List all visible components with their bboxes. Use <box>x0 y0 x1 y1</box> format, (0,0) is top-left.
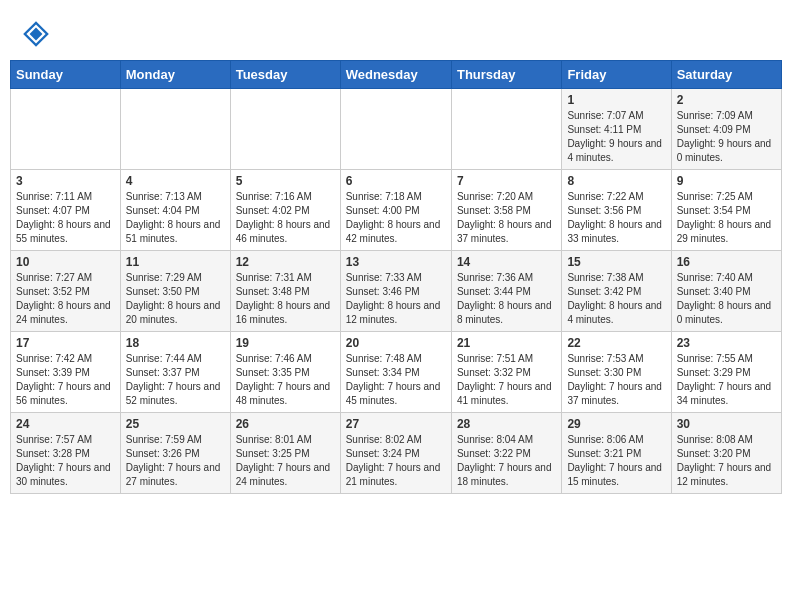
calendar-cell: 12Sunrise: 7:31 AM Sunset: 3:48 PM Dayli… <box>230 251 340 332</box>
calendar-cell: 27Sunrise: 8:02 AM Sunset: 3:24 PM Dayli… <box>340 413 451 494</box>
header-day: Monday <box>120 61 230 89</box>
calendar-cell: 25Sunrise: 7:59 AM Sunset: 3:26 PM Dayli… <box>120 413 230 494</box>
calendar-cell: 19Sunrise: 7:46 AM Sunset: 3:35 PM Dayli… <box>230 332 340 413</box>
calendar-cell: 29Sunrise: 8:06 AM Sunset: 3:21 PM Dayli… <box>562 413 671 494</box>
day-number: 18 <box>126 336 225 350</box>
day-info: Sunrise: 7:07 AM Sunset: 4:11 PM Dayligh… <box>567 109 665 165</box>
calendar-cell: 6Sunrise: 7:18 AM Sunset: 4:00 PM Daylig… <box>340 170 451 251</box>
header-row: SundayMondayTuesdayWednesdayThursdayFrid… <box>11 61 782 89</box>
day-number: 24 <box>16 417 115 431</box>
calendar-cell <box>120 89 230 170</box>
calendar-cell <box>230 89 340 170</box>
calendar-cell: 20Sunrise: 7:48 AM Sunset: 3:34 PM Dayli… <box>340 332 451 413</box>
calendar-cell: 11Sunrise: 7:29 AM Sunset: 3:50 PM Dayli… <box>120 251 230 332</box>
day-number: 21 <box>457 336 556 350</box>
logo-icon <box>20 18 52 50</box>
day-number: 4 <box>126 174 225 188</box>
calendar-cell: 22Sunrise: 7:53 AM Sunset: 3:30 PM Dayli… <box>562 332 671 413</box>
day-info: Sunrise: 7:36 AM Sunset: 3:44 PM Dayligh… <box>457 271 556 327</box>
day-number: 5 <box>236 174 335 188</box>
day-number: 6 <box>346 174 446 188</box>
day-info: Sunrise: 7:27 AM Sunset: 3:52 PM Dayligh… <box>16 271 115 327</box>
day-number: 12 <box>236 255 335 269</box>
day-number: 14 <box>457 255 556 269</box>
day-number: 15 <box>567 255 665 269</box>
day-info: Sunrise: 7:31 AM Sunset: 3:48 PM Dayligh… <box>236 271 335 327</box>
calendar-week-row: 1Sunrise: 7:07 AM Sunset: 4:11 PM Daylig… <box>11 89 782 170</box>
calendar-cell <box>340 89 451 170</box>
logo <box>20 18 56 50</box>
calendar-cell: 17Sunrise: 7:42 AM Sunset: 3:39 PM Dayli… <box>11 332 121 413</box>
calendar-body: 1Sunrise: 7:07 AM Sunset: 4:11 PM Daylig… <box>11 89 782 494</box>
day-number: 10 <box>16 255 115 269</box>
calendar-cell: 10Sunrise: 7:27 AM Sunset: 3:52 PM Dayli… <box>11 251 121 332</box>
calendar-cell: 4Sunrise: 7:13 AM Sunset: 4:04 PM Daylig… <box>120 170 230 251</box>
day-number: 9 <box>677 174 776 188</box>
calendar-cell: 23Sunrise: 7:55 AM Sunset: 3:29 PM Dayli… <box>671 332 781 413</box>
calendar-cell <box>451 89 561 170</box>
day-info: Sunrise: 7:13 AM Sunset: 4:04 PM Dayligh… <box>126 190 225 246</box>
day-number: 7 <box>457 174 556 188</box>
day-number: 29 <box>567 417 665 431</box>
day-number: 19 <box>236 336 335 350</box>
calendar-week-row: 17Sunrise: 7:42 AM Sunset: 3:39 PM Dayli… <box>11 332 782 413</box>
day-info: Sunrise: 7:55 AM Sunset: 3:29 PM Dayligh… <box>677 352 776 408</box>
calendar-cell <box>11 89 121 170</box>
calendar-cell: 15Sunrise: 7:38 AM Sunset: 3:42 PM Dayli… <box>562 251 671 332</box>
calendar-week-row: 3Sunrise: 7:11 AM Sunset: 4:07 PM Daylig… <box>11 170 782 251</box>
day-info: Sunrise: 7:18 AM Sunset: 4:00 PM Dayligh… <box>346 190 446 246</box>
calendar-cell: 5Sunrise: 7:16 AM Sunset: 4:02 PM Daylig… <box>230 170 340 251</box>
calendar-cell: 26Sunrise: 8:01 AM Sunset: 3:25 PM Dayli… <box>230 413 340 494</box>
calendar-week-row: 10Sunrise: 7:27 AM Sunset: 3:52 PM Dayli… <box>11 251 782 332</box>
day-info: Sunrise: 7:11 AM Sunset: 4:07 PM Dayligh… <box>16 190 115 246</box>
day-number: 2 <box>677 93 776 107</box>
header-day: Sunday <box>11 61 121 89</box>
header-day: Saturday <box>671 61 781 89</box>
day-info: Sunrise: 7:46 AM Sunset: 3:35 PM Dayligh… <box>236 352 335 408</box>
calendar-cell: 18Sunrise: 7:44 AM Sunset: 3:37 PM Dayli… <box>120 332 230 413</box>
day-number: 1 <box>567 93 665 107</box>
day-number: 8 <box>567 174 665 188</box>
header-day: Wednesday <box>340 61 451 89</box>
day-info: Sunrise: 8:06 AM Sunset: 3:21 PM Dayligh… <box>567 433 665 489</box>
day-info: Sunrise: 7:09 AM Sunset: 4:09 PM Dayligh… <box>677 109 776 165</box>
day-info: Sunrise: 7:59 AM Sunset: 3:26 PM Dayligh… <box>126 433 225 489</box>
day-number: 30 <box>677 417 776 431</box>
calendar-cell: 1Sunrise: 7:07 AM Sunset: 4:11 PM Daylig… <box>562 89 671 170</box>
calendar-cell: 7Sunrise: 7:20 AM Sunset: 3:58 PM Daylig… <box>451 170 561 251</box>
header-day: Tuesday <box>230 61 340 89</box>
calendar-cell: 14Sunrise: 7:36 AM Sunset: 3:44 PM Dayli… <box>451 251 561 332</box>
day-info: Sunrise: 7:57 AM Sunset: 3:28 PM Dayligh… <box>16 433 115 489</box>
page-header <box>0 0 792 60</box>
day-info: Sunrise: 7:51 AM Sunset: 3:32 PM Dayligh… <box>457 352 556 408</box>
calendar-cell: 3Sunrise: 7:11 AM Sunset: 4:07 PM Daylig… <box>11 170 121 251</box>
day-number: 28 <box>457 417 556 431</box>
day-number: 25 <box>126 417 225 431</box>
calendar-cell: 13Sunrise: 7:33 AM Sunset: 3:46 PM Dayli… <box>340 251 451 332</box>
day-info: Sunrise: 7:29 AM Sunset: 3:50 PM Dayligh… <box>126 271 225 327</box>
day-info: Sunrise: 8:08 AM Sunset: 3:20 PM Dayligh… <box>677 433 776 489</box>
day-number: 13 <box>346 255 446 269</box>
header-day: Thursday <box>451 61 561 89</box>
calendar-cell: 2Sunrise: 7:09 AM Sunset: 4:09 PM Daylig… <box>671 89 781 170</box>
day-info: Sunrise: 7:42 AM Sunset: 3:39 PM Dayligh… <box>16 352 115 408</box>
day-number: 26 <box>236 417 335 431</box>
day-info: Sunrise: 7:38 AM Sunset: 3:42 PM Dayligh… <box>567 271 665 327</box>
day-info: Sunrise: 7:20 AM Sunset: 3:58 PM Dayligh… <box>457 190 556 246</box>
day-info: Sunrise: 7:44 AM Sunset: 3:37 PM Dayligh… <box>126 352 225 408</box>
calendar-cell: 28Sunrise: 8:04 AM Sunset: 3:22 PM Dayli… <box>451 413 561 494</box>
calendar-header: SundayMondayTuesdayWednesdayThursdayFrid… <box>11 61 782 89</box>
day-info: Sunrise: 7:40 AM Sunset: 3:40 PM Dayligh… <box>677 271 776 327</box>
calendar-week-row: 24Sunrise: 7:57 AM Sunset: 3:28 PM Dayli… <box>11 413 782 494</box>
day-info: Sunrise: 7:33 AM Sunset: 3:46 PM Dayligh… <box>346 271 446 327</box>
day-info: Sunrise: 7:53 AM Sunset: 3:30 PM Dayligh… <box>567 352 665 408</box>
day-number: 23 <box>677 336 776 350</box>
header-day: Friday <box>562 61 671 89</box>
calendar-cell: 9Sunrise: 7:25 AM Sunset: 3:54 PM Daylig… <box>671 170 781 251</box>
day-number: 27 <box>346 417 446 431</box>
calendar-table: SundayMondayTuesdayWednesdayThursdayFrid… <box>10 60 782 494</box>
day-info: Sunrise: 7:22 AM Sunset: 3:56 PM Dayligh… <box>567 190 665 246</box>
calendar-cell: 16Sunrise: 7:40 AM Sunset: 3:40 PM Dayli… <box>671 251 781 332</box>
calendar-cell: 30Sunrise: 8:08 AM Sunset: 3:20 PM Dayli… <box>671 413 781 494</box>
day-info: Sunrise: 7:16 AM Sunset: 4:02 PM Dayligh… <box>236 190 335 246</box>
